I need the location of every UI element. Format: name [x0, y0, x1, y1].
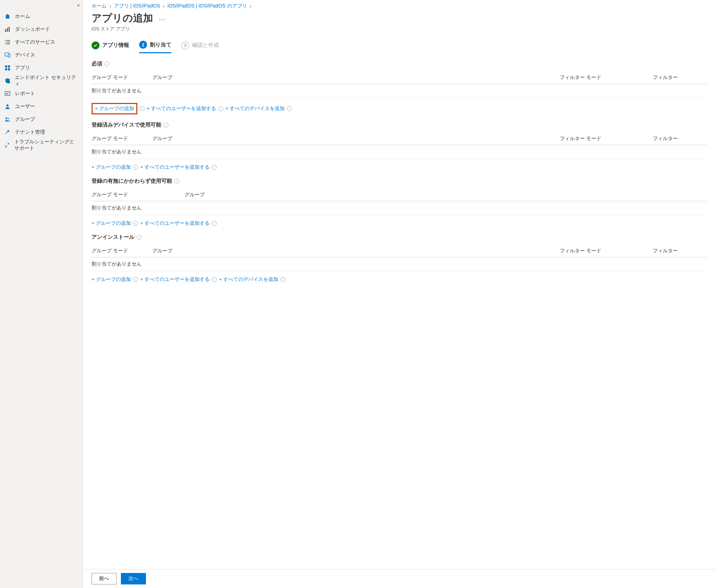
section-title: 登録の有無にかかわらず使用可能	[92, 178, 172, 184]
info-icon[interactable]: i	[133, 277, 138, 282]
sidebar-item-tenant-admin[interactable]: テナント管理	[0, 126, 83, 139]
add-group-link[interactable]: + グループの追加	[92, 276, 131, 283]
info-icon[interactable]: i	[133, 165, 138, 170]
home-icon	[4, 13, 11, 20]
device-icon	[4, 52, 11, 58]
info-icon[interactable]: i	[137, 235, 142, 240]
sidebar: « ホーム ダッシュボード すべてのサービス デバイス アプリ エンド	[0, 0, 83, 588]
sidebar-item-label: すべてのサービス	[15, 39, 55, 45]
table-empty-row: 割り当てがありません	[92, 84, 706, 98]
col-group: グループ	[152, 74, 560, 81]
info-icon[interactable]: i	[139, 106, 145, 111]
add-group-link[interactable]: + グループの追加	[92, 164, 131, 171]
sidebar-item-troubleshooting[interactable]: トラブルシューティングとサポート	[0, 139, 83, 152]
section-required: 必須 i グループ モード グループ フィルター モード フィルター 割り当てが…	[92, 60, 706, 114]
grid-icon	[4, 65, 11, 71]
sidebar-item-label: ダッシュボード	[15, 26, 50, 33]
svg-point-19	[8, 118, 9, 119]
add-group-link[interactable]: + グループの追加	[95, 105, 134, 112]
sidebar-item-groups[interactable]: グループ	[0, 113, 83, 126]
info-icon[interactable]: i	[104, 61, 109, 66]
breadcrumb-home[interactable]: ホーム	[92, 3, 107, 9]
breadcrumb-ios-apps[interactable]: iOS/iPadOS | iOS/iPadOS のアプリ	[167, 3, 247, 9]
info-icon[interactable]: i	[212, 165, 217, 170]
info-icon[interactable]: i	[174, 179, 179, 184]
sidebar-item-devices[interactable]: デバイス	[0, 49, 83, 61]
svg-rect-0	[5, 29, 6, 32]
highlighted-add-group: + グループの追加	[92, 103, 137, 114]
col-group-mode: グループ モード	[92, 135, 152, 142]
table-empty-row: 割り当てがありません	[92, 257, 706, 271]
wrench-icon	[4, 129, 11, 135]
svg-rect-3	[5, 40, 6, 41]
step-assignments[interactable]: 2 割り当て	[139, 41, 171, 53]
step-app-info[interactable]: アプリ情報	[92, 41, 129, 53]
page-subtitle: iOS ストア アプリ	[92, 26, 706, 32]
sidebar-item-label: グループ	[15, 116, 35, 123]
chevron-right-icon: ›	[250, 3, 252, 9]
breadcrumb-apps[interactable]: アプリ | iOS/iPadOS	[114, 3, 160, 9]
col-group-mode: グループ モード	[92, 192, 185, 198]
step-review-create[interactable]: 3 確認と作成	[181, 41, 219, 53]
info-icon[interactable]: i	[133, 221, 138, 226]
step-number-badge: 3	[181, 41, 189, 49]
add-all-users-link[interactable]: + すべてのユーザーを追加する	[140, 276, 210, 283]
next-button[interactable]: 次へ	[121, 573, 146, 584]
sidebar-item-label: テナント管理	[15, 129, 45, 135]
add-all-devices-link[interactable]: + すべてのデバイスを追加	[225, 105, 285, 112]
add-all-users-link[interactable]: + すべてのユーザーを追加する	[140, 164, 210, 171]
col-group: グループ	[152, 135, 560, 142]
col-group-mode: グループ モード	[92, 74, 152, 81]
col-group: グループ	[152, 248, 560, 254]
col-group: グループ	[185, 192, 706, 198]
info-icon[interactable]: i	[218, 106, 223, 111]
svg-point-15	[8, 81, 10, 83]
svg-rect-14	[8, 68, 10, 70]
add-all-users-link[interactable]: + すべてのユーザーを追加する	[140, 220, 210, 227]
info-icon[interactable]: i	[163, 123, 168, 128]
section-title: アンインストール	[92, 234, 134, 241]
sidebar-collapse-button[interactable]: «	[77, 2, 80, 8]
sidebar-item-dashboard[interactable]: ダッシュボード	[0, 23, 83, 36]
table-header: グループ モード グループ フィルター モード フィルター	[92, 133, 706, 145]
svg-point-18	[6, 118, 8, 119]
add-group-link[interactable]: + グループの追加	[92, 220, 131, 227]
info-icon[interactable]: i	[287, 106, 292, 111]
shield-icon	[4, 78, 10, 84]
svg-rect-10	[8, 54, 10, 57]
svg-rect-1	[7, 28, 8, 32]
sidebar-item-label: ユーザー	[15, 103, 35, 110]
section-uninstall: アンインストール i グループ モード グループ フィルター モード フィルター…	[92, 234, 706, 283]
sidebar-item-endpoint-security[interactable]: エンドポイント セキュリティ	[0, 74, 83, 87]
info-icon[interactable]: i	[212, 277, 217, 282]
step-label: アプリ情報	[102, 42, 129, 49]
prev-button[interactable]: 前へ	[92, 573, 117, 584]
more-button[interactable]: ⋯	[159, 15, 166, 23]
svg-rect-11	[5, 65, 7, 68]
col-filter-mode: フィルター モード	[560, 248, 653, 254]
sidebar-item-apps[interactable]: アプリ	[0, 61, 83, 74]
sidebar-item-all-services[interactable]: すべてのサービス	[0, 36, 83, 49]
svg-rect-16	[5, 92, 10, 95]
breadcrumb: ホーム › アプリ | iOS/iPadOS › iOS/iPadOS | iO…	[92, 3, 706, 9]
sidebar-item-label: レポート	[15, 90, 35, 97]
check-icon	[92, 41, 99, 49]
sidebar-item-users[interactable]: ユーザー	[0, 100, 83, 113]
svg-point-17	[6, 104, 9, 107]
sidebar-item-home[interactable]: ホーム	[0, 10, 83, 23]
info-icon[interactable]: i	[212, 221, 217, 226]
group-icon	[4, 116, 11, 123]
step-label: 確認と作成	[192, 42, 219, 49]
wizard-steps: アプリ情報 2 割り当て 3 確認と作成	[92, 41, 706, 53]
add-all-users-link[interactable]: + すべてのユーザーを追加する	[147, 105, 216, 112]
info-icon[interactable]: i	[280, 277, 285, 282]
section-title: 登録済みデバイスで使用可能	[92, 122, 161, 128]
section-available-all: 登録の有無にかかわらず使用可能 i グループ モード グループ 割り当てがありま…	[92, 178, 706, 227]
chevron-right-icon: ›	[163, 3, 165, 9]
sidebar-item-reports[interactable]: レポート	[0, 87, 83, 100]
add-all-devices-link[interactable]: + すべてのデバイスを追加	[219, 276, 278, 283]
tools-icon	[4, 142, 10, 148]
section-available-enrolled: 登録済みデバイスで使用可能 i グループ モード グループ フィルター モード …	[92, 122, 706, 171]
col-filter: フィルター	[653, 135, 706, 142]
sidebar-item-label: ホーム	[15, 13, 30, 20]
